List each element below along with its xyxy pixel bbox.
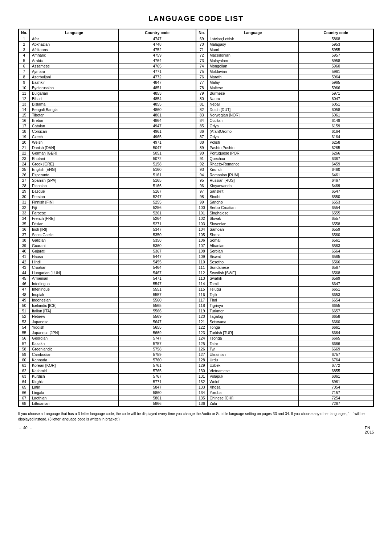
row-language: Catalan: [30, 123, 119, 129]
table-row: 99Sangho6553: [196, 200, 373, 205]
row-language: Bulgarian: [30, 91, 119, 96]
table-row: 62Kashmiri5765: [19, 368, 196, 374]
row-code: 6061: [298, 112, 373, 118]
row-language: Yiddish: [30, 325, 119, 330]
row-code: 4861: [119, 112, 196, 118]
row-no: 118: [196, 303, 208, 308]
row-code: 6564: [298, 249, 373, 254]
row-language: Afrikaans: [30, 47, 119, 53]
row-language: Frisian: [30, 221, 119, 227]
row-no: 112: [196, 270, 208, 276]
row-no: 31: [19, 200, 30, 205]
row-no: 128: [196, 357, 208, 363]
row-code: 5761: [119, 363, 196, 368]
row-language: Burmese: [207, 91, 298, 96]
row-code: 4847: [119, 80, 196, 85]
row-code: 6658: [298, 314, 373, 319]
row-code: 6164: [298, 134, 373, 140]
row-no: 88: [196, 140, 208, 145]
row-no: 64: [19, 379, 30, 385]
row-code: 5072: [119, 156, 196, 161]
row-code: 6565: [298, 254, 373, 259]
row-code: 4864: [119, 118, 196, 123]
row-code: 5868: [298, 36, 373, 42]
row-language: Volapuk: [207, 374, 298, 379]
row-language: Bislama: [30, 102, 119, 107]
table-row: 106Somali6561: [196, 238, 373, 243]
row-code: 6461: [298, 172, 373, 178]
row-code: 6568: [298, 270, 373, 276]
table-row: 113Swahili6569: [196, 276, 373, 281]
row-code: 7054: [298, 385, 373, 390]
row-language: Oriya: [207, 123, 298, 129]
row-language: Pashto;Pushto: [207, 145, 298, 151]
row-language: Norwegian [NOR]: [207, 112, 298, 118]
row-code: 5765: [119, 368, 196, 374]
row-no: 41: [19, 254, 30, 259]
row-language: Quechua: [207, 156, 298, 161]
row-code: 5669: [119, 330, 196, 336]
row-language: Singhalese: [207, 210, 298, 216]
row-no: 12: [19, 96, 30, 102]
table-row: 16Breton4864: [19, 118, 196, 123]
row-code: 6669: [298, 346, 373, 352]
row-language: Czech: [30, 134, 119, 140]
row-no: 58: [19, 346, 30, 352]
row-no: 20: [19, 140, 30, 145]
row-no: 123: [196, 330, 208, 336]
table-row: 96Kinyarwanda6469: [196, 183, 373, 189]
row-no: 104: [196, 227, 208, 232]
row-no: 8: [19, 74, 30, 80]
row-code: 5547: [119, 281, 196, 287]
row-no: 133: [196, 385, 208, 390]
row-language: Shona: [207, 232, 298, 238]
row-code: 5747: [119, 336, 196, 341]
table-row: 128Urdu6764: [196, 357, 373, 363]
row-language: Amharic: [30, 53, 119, 58]
row-language: Tigrinya: [207, 303, 298, 308]
row-language: Danish [DAN]: [30, 145, 119, 151]
row-no: 32: [19, 205, 30, 210]
row-code: 6653: [298, 292, 373, 297]
row-no: 102: [196, 216, 208, 221]
row-no: 125: [196, 341, 208, 346]
table-row: 129Uzbek6772: [196, 363, 373, 368]
col-no-right: No.: [196, 29, 208, 36]
table-row: 38Galician5358: [19, 238, 196, 243]
row-no: 10: [19, 85, 30, 91]
table-row: 123Turkish [TUR]6664: [196, 330, 373, 336]
row-language: Inupiak: [30, 292, 119, 297]
row-language: Georgian: [30, 336, 119, 341]
table-row: 49Indonesian5560: [19, 297, 196, 303]
table-row: 39Guarani5360: [19, 243, 196, 249]
row-language: Persian: [30, 194, 119, 200]
table-row: 50Icelandic [ICE]5565: [19, 303, 196, 308]
row-no: 108: [196, 249, 208, 254]
row-language: Bhutani: [30, 156, 119, 161]
row-code: 5760: [119, 357, 196, 363]
row-no: 70: [196, 42, 208, 47]
table-row: 8Azerbaijani4772: [19, 74, 196, 80]
table-row: 116Tajik6653: [196, 292, 373, 297]
table-row: 21Danish [DAN]5047: [19, 145, 196, 151]
row-code: 6764: [298, 357, 373, 363]
row-language: Sangho: [207, 200, 298, 205]
row-no: 87: [196, 134, 208, 140]
row-no: 103: [196, 221, 208, 227]
row-language: Lithuanian: [30, 401, 119, 406]
row-code: 5167: [119, 189, 196, 194]
row-no: 46: [19, 281, 30, 287]
table-row: 9Bashkir4847: [19, 80, 196, 85]
row-language: Siswat: [207, 254, 298, 259]
row-no: 33: [19, 210, 30, 216]
table-row: 93Kirundi6460: [196, 167, 373, 172]
table-row: 27Spanish [SPA]5165: [19, 178, 196, 183]
table-row: 121Setswana6660: [196, 319, 373, 325]
page-title: LANGUAGE CODE LIST: [18, 15, 374, 23]
table-row: 24Greek [GRE]5158: [19, 161, 196, 167]
row-no: 111: [196, 265, 208, 270]
row-language: Kazakh: [30, 341, 119, 346]
table-row: 22German [GER]5051: [19, 151, 196, 156]
row-language: Sesotho: [207, 259, 298, 265]
row-language: Tibetan: [30, 112, 119, 118]
